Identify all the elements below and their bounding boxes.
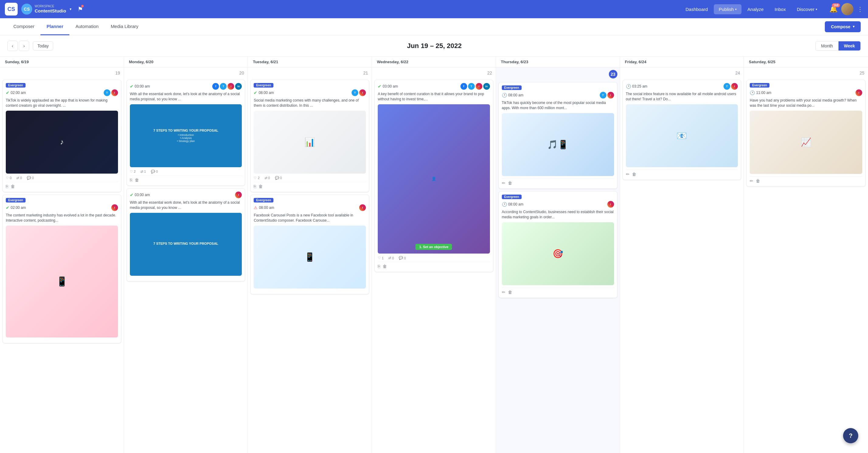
post-text: With all the essential work done, let's … xyxy=(130,92,242,102)
list-item[interactable]: ✔ 03:00 am f T I in A key benefit of con… xyxy=(374,80,493,272)
delete-button[interactable]: 🗑 xyxy=(508,181,512,186)
social-icons: f T I in xyxy=(461,83,490,90)
clock-icon: 🕐 xyxy=(502,202,507,207)
list-item[interactable]: Evergreen ✔ 02:00 am T I TikTok is widel… xyxy=(2,80,121,192)
copy-button[interactable]: ⎘ xyxy=(254,184,256,189)
flag-icon[interactable]: ⚑ xyxy=(78,5,83,13)
post-stats: ♡0 ⇄0 💬0 xyxy=(6,176,118,180)
planner-tab[interactable]: Planner xyxy=(40,18,69,35)
media-library-tab[interactable]: Media Library xyxy=(104,18,145,35)
post-image: 7 STEPS TO WRITING YOUR PROPOSAL xyxy=(130,213,242,276)
wednesday-num: 22 xyxy=(486,70,493,76)
edit-button[interactable]: ✏ xyxy=(626,172,629,176)
copy-button[interactable]: ⎘ xyxy=(130,177,132,183)
app-logo[interactable]: CS xyxy=(5,3,18,15)
prev-week-button[interactable]: ‹ xyxy=(7,41,18,51)
instagram-icon: I xyxy=(111,204,118,211)
delete-button[interactable]: 🗑 xyxy=(382,264,387,269)
instagram-icon: I xyxy=(235,192,242,198)
delete-button[interactable]: 🗑 xyxy=(508,290,512,295)
list-item[interactable]: Evergreen 🕐 08:00 am I According to Cont… xyxy=(498,191,617,298)
clock-icon: 🕐 xyxy=(626,84,631,89)
check-circle-icon: ✔ xyxy=(254,90,257,95)
post-image: 7 STEPS TO WRITING YOUR PROPOSAL • Intro… xyxy=(130,104,242,167)
today-button[interactable]: Today xyxy=(33,41,53,51)
automation-tab[interactable]: Automation xyxy=(69,18,104,35)
view-toggle: Month Week xyxy=(815,41,861,51)
post-actions: ⎘ 🗑 xyxy=(130,175,242,183)
heart-icon: ♡ xyxy=(6,176,9,180)
week-view-button[interactable]: Week xyxy=(838,41,860,51)
list-item[interactable]: Evergreen ✔ 02:00 am I The content marke… xyxy=(2,195,121,343)
month-view-button[interactable]: Month xyxy=(816,41,838,51)
next-week-button[interactable]: › xyxy=(19,41,29,51)
compose-chevron-icon: ▾ xyxy=(853,25,855,29)
copy-button[interactable]: ⎘ xyxy=(378,264,380,269)
tuesday-header: Tuesday, 6/21 xyxy=(248,57,372,67)
post-time-label: 11:00 am xyxy=(756,91,771,95)
heart-icon: ♡ xyxy=(378,256,381,260)
list-item[interactable]: Evergreen 🕐 11:00 am I Have you had any … xyxy=(746,80,866,187)
list-item[interactable]: Evergreen ⚠ 08:00 am I Facebook Carousel… xyxy=(250,195,369,294)
delete-button[interactable]: 🗑 xyxy=(135,177,139,183)
publish-chevron-icon: ▾ xyxy=(735,8,737,11)
dashboard-link[interactable]: Dashboard xyxy=(681,4,713,14)
twitter-icon: T xyxy=(600,92,607,98)
friday-header: Friday, 6/24 xyxy=(620,57,744,67)
top-navigation: CS CS WORKSPACE ContentStudio ▾ ⚑ Dashbo… xyxy=(0,0,868,18)
monday-num: 20 xyxy=(238,70,245,76)
social-icons: T I xyxy=(723,83,738,90)
workspace-label: WORKSPACE xyxy=(35,5,66,8)
delete-button[interactable]: 🗑 xyxy=(632,172,636,176)
compose-button[interactable]: Compose ▾ xyxy=(825,21,861,32)
delete-button[interactable]: 🗑 xyxy=(756,179,760,183)
post-text: According to ContentStudio, businesses n… xyxy=(502,209,614,220)
edit-button[interactable]: ✏ xyxy=(502,181,505,186)
avatar-image xyxy=(841,3,854,15)
saturday-num: 25 xyxy=(858,70,866,76)
more-options-icon[interactable]: ⋮ xyxy=(857,5,863,13)
composer-tab[interactable]: Composer xyxy=(7,18,40,35)
list-item[interactable]: ✔ 03:00 am I With all the essential work… xyxy=(126,188,245,282)
sunday-column: 19 Evergreen ✔ 02:00 am T I TikTok is wi… xyxy=(0,67,124,453)
inbox-link[interactable]: Inbox xyxy=(770,4,791,14)
saturday-header: Saturday, 6/25 xyxy=(744,57,868,67)
post-time-label: 03:25 am xyxy=(632,84,648,89)
evergreen-badge: Evergreen xyxy=(254,198,273,202)
post-image: 📱 xyxy=(254,226,366,289)
edit-button[interactable]: ✏ xyxy=(502,290,505,295)
share-icon: ⇄ xyxy=(265,176,267,180)
twitter-icon: T xyxy=(723,83,730,90)
help-button[interactable]: ? xyxy=(843,428,858,443)
instagram-icon: I xyxy=(227,83,234,90)
user-avatar[interactable] xyxy=(841,3,854,15)
copy-button[interactable]: ⎘ xyxy=(6,184,8,189)
instagram-icon: I xyxy=(607,92,614,98)
workspace-chevron-icon: ▾ xyxy=(70,7,71,11)
analyze-link[interactable]: Analyze xyxy=(743,4,769,14)
sub-navigation: Composer Planner Automation Media Librar… xyxy=(0,18,868,35)
post-time-label: 08:00 am xyxy=(259,205,274,210)
workspace-brand[interactable]: CS WORKSPACE ContentStudio ▾ xyxy=(21,4,71,14)
delete-button[interactable]: 🗑 xyxy=(258,184,263,189)
list-item[interactable]: Evergreen 🕐 08:00 am T I TikTok has quic… xyxy=(498,82,617,189)
social-icons: f T I in xyxy=(212,83,242,90)
share-icon: ⇄ xyxy=(17,176,19,180)
notification-bell[interactable]: 🔔 168 xyxy=(829,5,838,13)
instagram-icon: I xyxy=(476,83,483,90)
facebook-icon: f xyxy=(461,83,467,90)
check-circle-icon: ✔ xyxy=(6,205,9,210)
delete-button[interactable]: 🗑 xyxy=(11,184,15,189)
discover-link[interactable]: Discover ▾ xyxy=(792,4,822,14)
publish-link[interactable]: Publish ▾ xyxy=(714,4,741,14)
post-actions: ✏ 🗑 xyxy=(502,288,614,295)
list-item[interactable]: Evergreen ✔ 08:00 am T I Social media ma… xyxy=(250,80,369,192)
edit-button[interactable]: ✏ xyxy=(750,179,753,183)
post-image: 📧 xyxy=(626,104,738,167)
twitter-icon: T xyxy=(468,83,475,90)
calendar-body: 19 Evergreen ✔ 02:00 am T I TikTok is wi… xyxy=(0,67,868,453)
list-item[interactable]: 🕐 03:25 am T I The social inbox feature … xyxy=(623,80,742,180)
check-circle-icon: ✔ xyxy=(378,84,381,89)
heart-icon: ♡ xyxy=(130,170,133,173)
list-item[interactable]: ✔ 03:00 am f T I in With all the essenti… xyxy=(126,80,245,186)
